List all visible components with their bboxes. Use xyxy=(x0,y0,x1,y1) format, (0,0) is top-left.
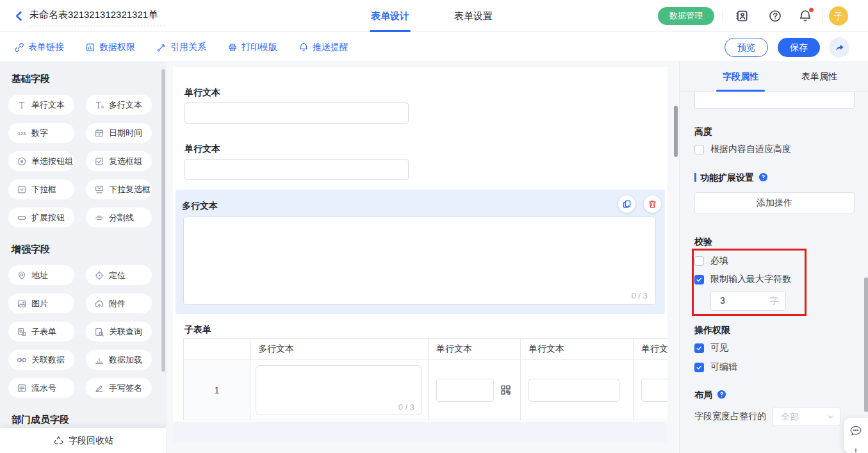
field-button-复选框组[interactable]: 复选框组 xyxy=(85,151,152,172)
subform-input-cell-1 xyxy=(429,360,521,420)
recycle-bin-label: 字段回收站 xyxy=(69,435,113,447)
pillbtn-icon xyxy=(17,213,27,223)
canvas-scrollbar[interactable] xyxy=(674,106,678,157)
help-icon[interactable] xyxy=(768,9,782,23)
header-divider xyxy=(822,10,823,22)
form-canvas: 单行文本 单行文本 多行文本 0 / 3 子表单 多行文本单行文本单行文本单行文… xyxy=(167,62,679,453)
qr-scan-icon[interactable] xyxy=(500,384,512,396)
chat-icon[interactable] xyxy=(849,424,862,437)
subform-input-1[interactable] xyxy=(436,379,494,402)
extension-help-icon[interactable] xyxy=(758,172,768,182)
contacts-icon[interactable] xyxy=(735,9,749,23)
subform-input-cell-2 xyxy=(521,360,634,420)
field-button-关联查询[interactable]: 关联查询 xyxy=(85,321,152,342)
layout-help-icon[interactable] xyxy=(717,390,726,399)
height-section-title: 高度 xyxy=(694,126,712,138)
editable-checkbox-row[interactable]: 可编辑 xyxy=(694,361,737,373)
field-button-数字[interactable]: 123数字 xyxy=(8,122,75,144)
add-action-button[interactable]: 添加操作 xyxy=(694,192,855,213)
cbx-icon xyxy=(94,156,104,167)
tab-form-properties[interactable]: 表单属性 xyxy=(795,62,844,91)
field-button-label: 关联数据 xyxy=(31,354,65,366)
toolbar-items: 表单链接数据权限引用关系打印模版推送提醒 xyxy=(14,33,348,62)
pin-icon xyxy=(17,270,27,281)
section-accent-bar xyxy=(694,173,696,182)
t2-icon xyxy=(94,100,104,110)
delete-field-icon[interactable] xyxy=(644,195,661,213)
permission-section-title: 操作权限 xyxy=(694,325,730,336)
header-divider xyxy=(723,10,723,22)
field-button-单选按钮组[interactable]: 单选按钮组 xyxy=(8,151,75,172)
form-title[interactable]: 未命名表321321312321321单 xyxy=(29,9,165,26)
toolbar-item-1[interactable]: 数据权限 xyxy=(85,42,135,53)
share-icon[interactable] xyxy=(829,37,849,58)
field-button-label: 子表单 xyxy=(31,326,56,338)
field-button-下拉框[interactable]: 下拉框 xyxy=(8,179,75,200)
field-recycle-bin-button[interactable]: 字段回收站 xyxy=(0,428,167,453)
max-chars-value: 3 xyxy=(720,295,725,306)
data-manage-button[interactable]: 数据管理 xyxy=(658,7,714,25)
field-button-图片[interactable]: 图片 xyxy=(8,293,75,314)
field-button-下拉复选框[interactable]: 下拉复选框 xyxy=(85,179,152,200)
single-line-input-2[interactable] xyxy=(184,159,409,180)
max-chars-checkbox[interactable] xyxy=(694,275,704,284)
form-designer-app: 未命名表321321312321321单 表单设计 表单设置 数据管理 子 表单… xyxy=(0,0,868,453)
sign-icon xyxy=(94,383,104,393)
field-button-数据加载[interactable]: 数据加载 xyxy=(85,349,152,370)
toolbar-item-3[interactable]: 打印模版 xyxy=(227,42,277,53)
copy-field-icon[interactable] xyxy=(618,195,635,213)
auto-height-checkbox[interactable] xyxy=(694,145,704,154)
user-avatar[interactable]: 子 xyxy=(829,6,848,26)
required-checkbox-row[interactable]: 必填 xyxy=(694,255,728,267)
subform-input-3[interactable] xyxy=(641,379,667,402)
active-tab-underline xyxy=(370,30,411,32)
max-chars-checkbox-row[interactable]: 限制输入最大字符数 xyxy=(694,274,791,285)
subform-header-col: 单行文本 xyxy=(429,339,521,359)
field-button-关联数据[interactable]: 关联数据 xyxy=(8,349,75,370)
preview-button[interactable]: 预览 xyxy=(725,38,768,57)
selected-multiline-field-block[interactable]: 多行文本 0 / 3 xyxy=(176,190,665,314)
sidebar-scrollbar[interactable] xyxy=(161,69,165,372)
visible-checkbox-row[interactable]: 可见 xyxy=(694,342,728,354)
tab-form-settings[interactable]: 表单设置 xyxy=(453,0,494,31)
panel-partial-input[interactable] xyxy=(694,92,855,109)
multiline-textarea[interactable]: 0 / 3 xyxy=(183,217,656,305)
field-width-select[interactable]: 全部 xyxy=(773,407,840,426)
query-icon xyxy=(94,327,104,337)
required-checkbox[interactable] xyxy=(694,256,704,266)
properties-panel: 字段属性 表单属性 高度 根据内容自适应高度 功能扩展设置 添加操作 校验 必填… xyxy=(679,62,868,453)
field-button-label: 数字 xyxy=(31,128,48,139)
toolbar-item-4[interactable]: 推送提醒 xyxy=(299,42,348,53)
field-button-扩展按钮[interactable]: 扩展按钮 xyxy=(8,207,75,228)
editable-checkbox[interactable] xyxy=(694,363,704,372)
field-button-流水号[interactable]: 流水号 xyxy=(8,377,75,399)
toolbar-item-2[interactable]: 引用关系 xyxy=(156,42,206,53)
toolbar-item-0[interactable]: 表单链接 xyxy=(14,42,64,53)
save-button[interactable]: 保存 xyxy=(778,38,820,57)
subform-input-cell-3 xyxy=(634,360,667,420)
subform-input-2[interactable] xyxy=(528,379,619,402)
field-button-手写签名[interactable]: 手写签名 xyxy=(85,377,152,399)
notification-bell-icon[interactable] xyxy=(798,9,812,23)
field-button-单行文本[interactable]: 单行文本 xyxy=(8,94,75,115)
relation-icon xyxy=(156,42,167,53)
panel-scrollbar[interactable] xyxy=(864,277,868,412)
field-button-子表单[interactable]: 子表单 xyxy=(8,321,75,342)
page-bottom-band xyxy=(173,422,667,443)
field-button-地址[interactable]: 地址 xyxy=(8,265,75,286)
field-button-定位[interactable]: 定位 xyxy=(85,265,152,286)
field-button-日期时间[interactable]: 日期时间 xyxy=(85,122,152,144)
visible-checkbox[interactable] xyxy=(694,343,704,353)
field-button-多行文本[interactable]: 多行文本 xyxy=(85,94,152,115)
field-button-分割线[interactable]: 分割线 xyxy=(85,207,152,228)
back-icon[interactable] xyxy=(13,10,26,22)
auto-height-checkbox-row[interactable]: 根据内容自适应高度 xyxy=(694,144,791,155)
max-chars-input[interactable]: 3 字 xyxy=(710,291,786,311)
tab-form-design[interactable]: 表单设计 xyxy=(370,0,411,31)
subform-multiline-textarea[interactable]: 0 / 3 xyxy=(256,365,422,415)
subform-char-counter: 0 / 3 xyxy=(398,402,414,412)
single-line-input-1[interactable] xyxy=(184,103,409,124)
field-button-附件[interactable]: 附件 xyxy=(85,293,152,314)
t1-icon xyxy=(17,100,27,110)
tab-field-properties[interactable]: 字段属性 xyxy=(716,62,765,91)
